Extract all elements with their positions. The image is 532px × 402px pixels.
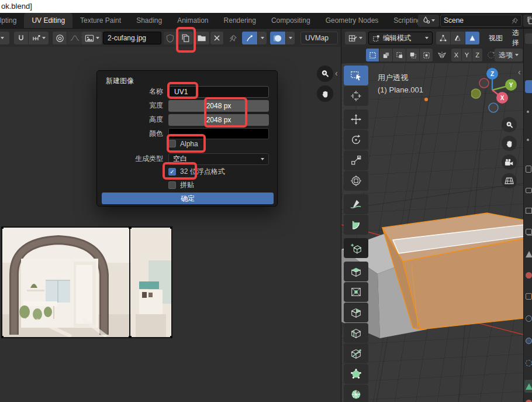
snap-target-dropdown[interactable] [29,32,49,44]
props-editor-type-button[interactable] [525,33,532,44]
props-active-tab[interactable] [525,80,532,93]
new-scene-button[interactable] [523,15,532,27]
symmetry-x-toggle[interactable]: X [451,49,461,61]
uv-gizmo-toggle[interactable] [242,32,257,44]
viewport-editor-type-button[interactable] [345,32,366,44]
display-channels-dropdown[interactable] [286,32,295,44]
tab-geometry-nodes[interactable]: Geometry Nodes [318,13,386,28]
uv-gizmo-dropdown[interactable] [258,32,267,44]
scene-name-field[interactable]: Scene [440,15,522,27]
props-tab-data-icon[interactable] [526,383,532,390]
proportional-edit-button[interactable] [53,32,67,44]
mode-dropdown[interactable]: 编辑模式 [368,32,433,44]
props-tab-modifiers-icon[interactable] [526,315,532,322]
snap-toggle-button[interactable] [14,32,28,44]
open-image-button[interactable] [194,32,209,44]
uv-image-preview[interactable] [1,226,172,338]
tool-add-primitive[interactable] [344,238,368,258]
tiled-checkbox[interactable] [168,181,176,189]
tool-transform[interactable] [344,171,368,191]
tool-loop-cut[interactable] [344,323,368,343]
tab-uv-editing[interactable]: UV Editing [24,13,72,28]
unlink-image-button[interactable] [210,32,223,44]
ok-button[interactable]: 确定 [102,193,274,204]
props-tab-output-icon[interactable] [526,208,532,214]
gizmo-neg-x[interactable] [479,78,489,88]
tab-texture-paint[interactable]: Texture Paint [72,13,129,28]
gizmo-neg-z[interactable] [489,103,498,112]
props-tab-material-icon[interactable] [526,400,532,402]
props-tab-render-icon[interactable] [526,188,532,193]
butterfly-mirror-icon [437,51,447,59]
props-tab-object-icon[interactable] [526,293,532,300]
viewport-header: 编辑模式 视图 选择 [341,28,523,47]
tool-move[interactable] [344,109,368,129]
uv-zoom-button[interactable] [317,66,333,82]
props-tab-scene-icon[interactable] [526,251,532,257]
viewport-zoom-button[interactable] [502,117,517,132]
tool-annotate[interactable] [344,194,368,214]
mirror-toggle[interactable] [435,49,449,61]
tool-select-box[interactable] [344,66,368,85]
select-option-extend[interactable] [379,49,392,61]
select-option-subtract[interactable] [393,49,406,61]
select-option-intersect[interactable] [420,49,433,61]
tool-rotate[interactable] [344,130,368,150]
uv-pan-button[interactable] [317,85,333,102]
uvmap-field[interactable]: UVMap [300,32,338,44]
props-tab-view-layer-icon[interactable] [526,229,532,235]
snap-increment-icon [32,34,40,42]
symmetry-z-toggle[interactable]: Z [472,49,482,61]
select-mode-edge[interactable] [451,32,465,44]
folder-icon [197,34,206,42]
tool-scale[interactable] [344,150,368,170]
select-option-set[interactable] [366,49,379,61]
props-tab-physics-icon[interactable] [526,360,532,366]
props-tab-tool-icon[interactable] [526,166,531,173]
menu-select[interactable]: 选择 [510,32,523,44]
generated-type-label: 生成类型 [97,154,168,164]
image-name-field[interactable]: 2-cufang.jpg [103,32,161,44]
workspace-tabs: Sculpting UV Editing Texture Paint Shadi… [0,13,445,28]
tab-sculpting[interactable]: Sculpting [0,13,24,28]
tool-extrude[interactable] [344,262,368,281]
tool-poly-build[interactable] [344,364,368,384]
uv-editor-canvas[interactable]: ‹ 新建图像 名称 UV1 宽度 2048 px 高度 2048 px 颜色 [0,47,341,402]
scene-browse-button[interactable] [418,15,439,27]
tab-rendering[interactable]: Rendering [216,13,264,28]
symmetry-y-toggle[interactable]: Y [462,49,472,61]
pin-icon[interactable] [511,17,519,25]
object-origin-dot [424,98,428,101]
tool-measure[interactable] [344,215,368,235]
display-channels-toggle[interactable] [270,32,285,44]
fake-user-button[interactable] [164,32,177,44]
tool-knife[interactable] [344,343,368,363]
gizmo-neg-y[interactable] [471,89,481,98]
dialog-title: 新建图像 [106,76,134,86]
select-mode-vertex[interactable] [436,32,450,44]
image-browse-button[interactable] [82,32,102,44]
uv-editor-type-button[interactable] [0,32,9,44]
navigation-gizmo[interactable]: Z Y X [471,67,523,115]
menu-view[interactable]: 视图 [486,32,505,44]
tool-cursor[interactable] [344,86,368,106]
viewport-pan-button[interactable] [502,136,517,151]
tab-animation[interactable]: Animation [170,13,216,28]
options-dropdown[interactable]: 选项 [495,49,523,61]
select-mode-face[interactable] [465,32,479,44]
pin-image-button[interactable] [227,32,239,44]
tab-compositing[interactable]: Compositing [264,13,318,28]
sphere-icon [274,34,282,43]
uv-sidebar-collapse[interactable]: ‹ [335,69,338,77]
select-option-invert[interactable] [406,49,419,61]
tool-bevel[interactable] [344,303,368,322]
tool-inset-faces[interactable] [344,282,368,302]
viewport-sidebar-collapse[interactable]: ‹ [518,68,521,76]
viewport-camera-button[interactable] [502,154,517,170]
props-tab-particles-icon[interactable] [526,338,532,344]
props-tab-world-icon[interactable] [526,272,532,279]
tool-spin[interactable] [344,384,368,402]
viewport-canvas[interactable]: 用户透视 (1) Plane.001 [341,63,523,402]
tab-shading[interactable]: Shading [129,13,170,28]
viewport-ortho-toggle[interactable] [502,173,517,188]
